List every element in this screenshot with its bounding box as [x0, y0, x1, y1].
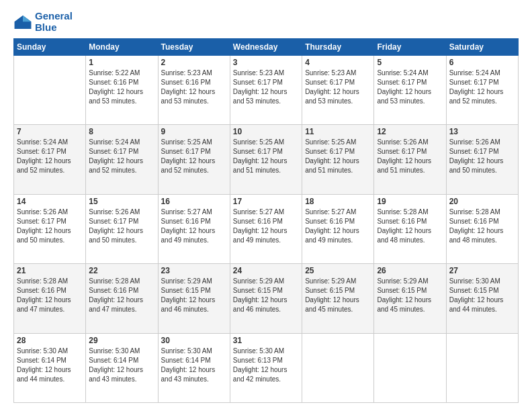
calendar-week-row-2: 7Sunrise: 5:24 AM Sunset: 6:17 PM Daylig… [14, 125, 519, 194]
calendar-cell-1-7: 6Sunrise: 5:24 AM Sunset: 6:17 PM Daylig… [446, 56, 518, 125]
calendar-cell-5-6 [374, 333, 446, 402]
day-info: Sunrise: 5:26 AM Sunset: 6:17 PM Dayligh… [377, 138, 443, 175]
calendar-cell-4-4: 24Sunrise: 5:29 AM Sunset: 6:15 PM Dayli… [230, 264, 302, 333]
calendar-cell-4-2: 22Sunrise: 5:28 AM Sunset: 6:16 PM Dayli… [86, 264, 158, 333]
day-number: 8 [89, 127, 154, 136]
calendar-cell-3-2: 15Sunrise: 5:26 AM Sunset: 6:17 PM Dayli… [86, 194, 158, 263]
calendar-header-saturday: Saturday [446, 39, 518, 56]
day-number: 29 [89, 336, 154, 345]
calendar-cell-1-4: 3Sunrise: 5:23 AM Sunset: 6:17 PM Daylig… [230, 56, 302, 125]
calendar-cell-3-1: 14Sunrise: 5:26 AM Sunset: 6:17 PM Dayli… [14, 194, 86, 263]
calendar-cell-1-3: 2Sunrise: 5:23 AM Sunset: 6:16 PM Daylig… [158, 56, 230, 125]
day-number: 28 [17, 336, 83, 345]
day-number: 27 [449, 266, 515, 275]
calendar-cell-5-1: 28Sunrise: 5:30 AM Sunset: 6:14 PM Dayli… [14, 333, 86, 402]
calendar-header-monday: Monday [86, 39, 158, 56]
day-number: 9 [161, 127, 227, 136]
page: General Blue SundayMondayTuesdayWednesda… [0, 0, 532, 411]
calendar-cell-2-5: 11Sunrise: 5:25 AM Sunset: 6:17 PM Dayli… [302, 125, 374, 194]
day-number: 12 [377, 127, 443, 136]
calendar-header-thursday: Thursday [302, 39, 374, 56]
day-number: 30 [161, 336, 227, 345]
day-info: Sunrise: 5:29 AM Sunset: 6:15 PM Dayligh… [233, 277, 299, 314]
calendar-cell-4-7: 27Sunrise: 5:30 AM Sunset: 6:15 PM Dayli… [446, 264, 518, 333]
day-number: 16 [161, 197, 227, 206]
day-number: 10 [233, 127, 299, 136]
day-info: Sunrise: 5:26 AM Sunset: 6:17 PM Dayligh… [17, 208, 83, 245]
day-info: Sunrise: 5:28 AM Sunset: 6:16 PM Dayligh… [449, 208, 515, 245]
day-info: Sunrise: 5:24 AM Sunset: 6:17 PM Dayligh… [377, 68, 443, 106]
day-number: 6 [449, 58, 515, 67]
calendar-cell-5-5 [302, 333, 374, 402]
day-number: 31 [233, 336, 299, 345]
day-number: 1 [89, 58, 154, 67]
calendar-header-sunday: Sunday [14, 39, 86, 56]
day-number: 22 [89, 266, 154, 275]
day-info: Sunrise: 5:29 AM Sunset: 6:15 PM Dayligh… [377, 277, 443, 314]
calendar-cell-3-6: 19Sunrise: 5:28 AM Sunset: 6:16 PM Dayli… [374, 194, 446, 263]
calendar-cell-2-3: 9Sunrise: 5:25 AM Sunset: 6:17 PM Daylig… [158, 125, 230, 194]
day-number: 26 [377, 266, 443, 275]
day-info: Sunrise: 5:28 AM Sunset: 6:16 PM Dayligh… [89, 277, 154, 314]
day-info: Sunrise: 5:24 AM Sunset: 6:17 PM Dayligh… [17, 138, 83, 175]
day-info: Sunrise: 5:30 AM Sunset: 6:14 PM Dayligh… [17, 347, 83, 384]
logo-blue: Blue [35, 21, 57, 33]
calendar-cell-3-5: 18Sunrise: 5:27 AM Sunset: 6:16 PM Dayli… [302, 194, 374, 263]
calendar-cell-2-1: 7Sunrise: 5:24 AM Sunset: 6:17 PM Daylig… [14, 125, 86, 194]
day-number: 20 [449, 197, 515, 206]
day-info: Sunrise: 5:28 AM Sunset: 6:16 PM Dayligh… [377, 208, 443, 245]
calendar-cell-3-3: 16Sunrise: 5:27 AM Sunset: 6:16 PM Dayli… [158, 194, 230, 263]
calendar-cell-5-4: 31Sunrise: 5:30 AM Sunset: 6:13 PM Dayli… [230, 333, 302, 402]
calendar-cell-2-7: 13Sunrise: 5:26 AM Sunset: 6:17 PM Dayli… [446, 125, 518, 194]
day-number: 13 [449, 127, 515, 136]
day-info: Sunrise: 5:24 AM Sunset: 6:17 PM Dayligh… [89, 138, 154, 175]
day-info: Sunrise: 5:27 AM Sunset: 6:16 PM Dayligh… [161, 208, 227, 245]
day-number: 3 [233, 58, 299, 67]
day-number: 24 [233, 266, 299, 275]
calendar-week-row-5: 28Sunrise: 5:30 AM Sunset: 6:14 PM Dayli… [14, 333, 519, 402]
day-number: 11 [305, 127, 371, 136]
calendar-header-row: SundayMondayTuesdayWednesdayThursdayFrid… [14, 39, 519, 56]
calendar-table: SundayMondayTuesdayWednesdayThursdayFrid… [13, 38, 519, 403]
calendar-header-tuesday: Tuesday [158, 39, 230, 56]
day-info: Sunrise: 5:27 AM Sunset: 6:16 PM Dayligh… [233, 208, 299, 245]
calendar-week-row-1: 1Sunrise: 5:22 AM Sunset: 6:16 PM Daylig… [14, 56, 519, 125]
day-info: Sunrise: 5:25 AM Sunset: 6:17 PM Dayligh… [161, 138, 227, 175]
day-number: 19 [377, 197, 443, 206]
header: General Blue [13, 11, 519, 33]
generalblue-logo-icon [13, 14, 32, 30]
day-number: 18 [305, 197, 371, 206]
day-info: Sunrise: 5:23 AM Sunset: 6:17 PM Dayligh… [305, 68, 371, 106]
calendar-cell-2-4: 10Sunrise: 5:25 AM Sunset: 6:17 PM Dayli… [230, 125, 302, 194]
calendar-cell-5-7 [446, 333, 518, 402]
day-info: Sunrise: 5:25 AM Sunset: 6:17 PM Dayligh… [305, 138, 371, 175]
day-info: Sunrise: 5:30 AM Sunset: 6:14 PM Dayligh… [89, 347, 154, 384]
calendar-cell-3-4: 17Sunrise: 5:27 AM Sunset: 6:16 PM Dayli… [230, 194, 302, 263]
calendar-cell-1-1 [14, 56, 86, 125]
calendar-cell-5-2: 29Sunrise: 5:30 AM Sunset: 6:14 PM Dayli… [86, 333, 158, 402]
calendar-cell-1-2: 1Sunrise: 5:22 AM Sunset: 6:16 PM Daylig… [86, 56, 158, 125]
day-number: 7 [17, 127, 83, 136]
logo: General Blue [13, 11, 73, 33]
calendar-cell-5-3: 30Sunrise: 5:30 AM Sunset: 6:14 PM Dayli… [158, 333, 230, 402]
day-info: Sunrise: 5:25 AM Sunset: 6:17 PM Dayligh… [233, 138, 299, 175]
day-number: 25 [305, 266, 371, 275]
day-number: 4 [305, 58, 371, 67]
calendar-cell-3-7: 20Sunrise: 5:28 AM Sunset: 6:16 PM Dayli… [446, 194, 518, 263]
day-info: Sunrise: 5:29 AM Sunset: 6:15 PM Dayligh… [305, 277, 371, 314]
calendar-week-row-4: 21Sunrise: 5:28 AM Sunset: 6:16 PM Dayli… [14, 264, 519, 333]
day-number: 23 [161, 266, 227, 275]
day-number: 21 [17, 266, 83, 275]
day-info: Sunrise: 5:30 AM Sunset: 6:13 PM Dayligh… [233, 347, 299, 384]
day-info: Sunrise: 5:26 AM Sunset: 6:17 PM Dayligh… [449, 138, 515, 175]
calendar-cell-1-5: 4Sunrise: 5:23 AM Sunset: 6:17 PM Daylig… [302, 56, 374, 125]
calendar-header-wednesday: Wednesday [230, 39, 302, 56]
calendar-header-friday: Friday [374, 39, 446, 56]
day-info: Sunrise: 5:27 AM Sunset: 6:16 PM Dayligh… [305, 208, 371, 245]
day-info: Sunrise: 5:28 AM Sunset: 6:16 PM Dayligh… [17, 277, 83, 314]
day-info: Sunrise: 5:24 AM Sunset: 6:17 PM Dayligh… [449, 68, 515, 106]
calendar-cell-4-5: 25Sunrise: 5:29 AM Sunset: 6:15 PM Dayli… [302, 264, 374, 333]
calendar-cell-4-6: 26Sunrise: 5:29 AM Sunset: 6:15 PM Dayli… [374, 264, 446, 333]
day-number: 5 [377, 58, 443, 67]
day-number: 15 [89, 197, 154, 206]
